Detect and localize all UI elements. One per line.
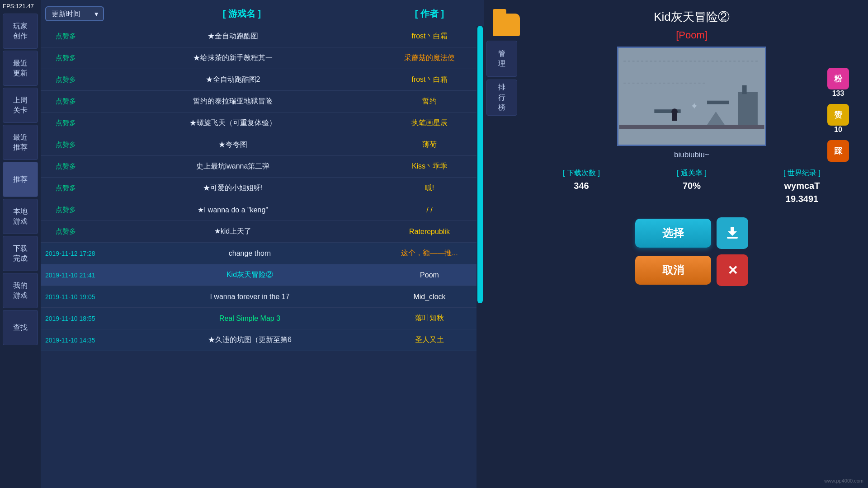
row-gamename: ★可爱的小姐姐呀!: [86, 183, 380, 193]
row-date: 2019-11-12 17:28: [45, 250, 120, 257]
sidebar-item-search[interactable]: 查找: [3, 310, 38, 345]
svg-rect-7: [738, 92, 758, 125]
like-pink-value: 133: [832, 89, 844, 98]
row-author: 采蘑菇的魔法使: [380, 53, 479, 63]
row-gamename: Real Simple Map 3: [120, 314, 380, 323]
world-record-label: [ 世界纪录 ]: [783, 169, 821, 178]
like-badges: 粉 133 赞 10 踩: [827, 68, 849, 162]
like-badge-yellow: 赞 10: [827, 104, 849, 134]
row-gamename: change thorn: [120, 249, 380, 258]
sidebar-item-weekly-level[interactable]: 上周关卡: [3, 88, 38, 123]
row-author: frost丶白霜: [380, 32, 479, 41]
download-button[interactable]: [717, 217, 748, 249]
pink-label: 粉: [834, 73, 842, 84]
like-pink-icon: 粉: [827, 68, 849, 89]
sidebar-item-recommend[interactable]: 推荐: [3, 162, 38, 197]
table-row[interactable]: 点赞多 ★螺旋飞天（可重复体验） 执笔画星辰: [41, 113, 484, 134]
sidebar-item-my-game[interactable]: 我的游戏: [3, 273, 38, 308]
detail-title: Kid灰天冒险②: [524, 9, 859, 25]
row-gamename: 誓约的泰拉瑞亚地狱冒险: [86, 97, 380, 106]
detail-panel: Kid灰天冒险② [Poom]: [520, 0, 868, 488]
table-row[interactable]: 2019-11-10 18:55 Real Simple Map 3 落叶知秋: [41, 308, 484, 329]
table-row[interactable]: 2019-11-10 19:05 I wanna forever in the …: [41, 286, 484, 308]
sidebar-item-player-create[interactable]: 玩家创作: [3, 14, 38, 49]
folder-icon-area: [493, 9, 520, 36]
scrollbar[interactable]: [476, 26, 484, 488]
svg-rect-13: [727, 237, 738, 239]
sort-dropdown-wrapper[interactable]: 更新时间 点赞数 下载数 通关率 ▼: [45, 6, 104, 21]
bottom-buttons-row2: 取消 ✕: [524, 254, 859, 286]
sidebar-item-recent-recommend[interactable]: 最近推荐: [3, 125, 38, 160]
detail-description: biubiubiu~: [524, 150, 859, 160]
close-button[interactable]: ✕: [717, 254, 748, 286]
right-action-buttons: 管理 排行榜: [484, 36, 520, 307]
row-gamename: ★kid上天了: [86, 227, 380, 236]
game-list: 点赞多 ★全自动跑酷图 frost丶白霜 点赞多 ★给抹茶的新手教程其一 采蘑菇…: [41, 26, 484, 488]
sort-dropdown[interactable]: 更新时间 点赞数 下载数 通关率: [45, 6, 104, 21]
stat-world-record: [ 世界纪录 ] wymcaT 19.3491: [783, 169, 821, 204]
main-header: 更新时间 点赞数 下载数 通关率 ▼ [ 游戏名 ] [ 作者 ]: [41, 0, 484, 26]
svg-text:✦: ✦: [690, 101, 698, 112]
row-author: frost丶白霜: [380, 75, 479, 84]
downloads-label: [ 下载次数 ]: [563, 169, 600, 178]
cancel-button[interactable]: 取消: [635, 256, 711, 285]
detail-preview: ✦: [617, 47, 766, 146]
row-author: / /: [380, 206, 479, 214]
row-label: 点赞多: [45, 54, 86, 62]
row-label: 点赞多: [45, 227, 86, 236]
row-date: 2019-11-10 14:35: [45, 337, 120, 344]
select-button[interactable]: 选择: [635, 219, 711, 248]
row-author: 执笔画星辰: [380, 118, 479, 128]
table-row[interactable]: 点赞多 史上最坑iwanna第二弹 Kiss丶乖乖: [41, 156, 484, 178]
manage-button[interactable]: 管理: [486, 41, 517, 77]
like-badge-pink: 粉 133: [827, 68, 849, 98]
col-author-header: [ 作者 ]: [380, 8, 479, 20]
table-row[interactable]: 点赞多 ★全自动跑酷图 frost丶白霜: [41, 26, 484, 47]
row-author: 圣人又土: [380, 335, 479, 345]
ranking-button[interactable]: 排行榜: [486, 80, 517, 116]
table-row[interactable]: 点赞多 ★可爱的小姐姐呀! 呱!: [41, 178, 484, 199]
sidebar-item-recent-update[interactable]: 最近更新: [3, 51, 38, 86]
pass-rate-value: 70%: [683, 181, 701, 191]
row-date: 2019-11-10 19:05: [45, 293, 120, 300]
col-gamename-header: [ 游戏名 ]: [113, 8, 371, 20]
folder-icon: [493, 14, 520, 36]
like-step-icon: 踩: [827, 140, 849, 162]
main-content: 更新时间 点赞数 下载数 通关率 ▼ [ 游戏名 ] [ 作者 ] 点赞多 ★全…: [41, 0, 484, 488]
table-row[interactable]: 点赞多 ★I wanna do a "keng" / /: [41, 199, 484, 221]
table-row-selected[interactable]: 2019-11-10 21:41 Kid灰天冒险② Poom: [41, 264, 484, 286]
row-gamename: Kid灰天冒险②: [120, 270, 380, 280]
table-row[interactable]: 点赞多 誓约的泰拉瑞亚地狱冒险 誓约: [41, 91, 484, 113]
stat-downloads: [ 下载次数 ] 346: [563, 169, 600, 204]
like-badge-step: 踩: [827, 140, 849, 162]
svg-rect-8: [742, 85, 747, 94]
row-label: 点赞多: [45, 75, 86, 84]
watermark: www.pp4000.com: [824, 478, 863, 483]
step-label: 踩: [834, 145, 842, 156]
table-row[interactable]: 点赞多 ★夸夸图 薄荷: [41, 134, 484, 156]
row-author: Kiss丶乖乖: [380, 162, 479, 171]
table-row[interactable]: 2019-11-12 17:28 change thorn 这个，额——推...: [41, 243, 484, 264]
table-row[interactable]: 点赞多 ★kid上天了 Raterepublik: [41, 221, 484, 243]
row-gamename: ★夸夸图: [86, 140, 380, 150]
svg-rect-1: [619, 125, 764, 129]
sidebar-item-local-game[interactable]: 本地游戏: [3, 199, 38, 234]
row-author: 呱!: [380, 183, 479, 193]
downloads-value: 346: [574, 181, 589, 191]
praise-label: 赞: [834, 109, 842, 120]
table-row[interactable]: 点赞多 ★全自动跑酷图2 frost丶白霜: [41, 69, 484, 91]
table-row[interactable]: 点赞多 ★给抹茶的新手教程其一 采蘑菇的魔法使: [41, 47, 484, 69]
row-label: 点赞多: [45, 162, 86, 171]
row-gamename: ★全自动跑酷图2: [86, 75, 380, 84]
row-gamename: ★久违的坑图（更新至第6: [120, 335, 380, 345]
sidebar-item-download-complete[interactable]: 下载完成: [3, 236, 38, 271]
row-author: Raterepublik: [380, 228, 479, 236]
like-yellow-value: 10: [834, 126, 842, 134]
scrollbar-thumb[interactable]: [477, 26, 483, 303]
row-gamename: ★全自动跑酷图: [86, 32, 380, 41]
row-author: Mid_clock: [380, 293, 479, 301]
row-author: Poom: [380, 271, 479, 279]
detail-author: [Poom]: [524, 29, 859, 41]
table-row[interactable]: 2019-11-10 14:35 ★久违的坑图（更新至第6 圣人又土: [41, 329, 484, 351]
row-author: 这个，额——推...: [380, 249, 479, 258]
